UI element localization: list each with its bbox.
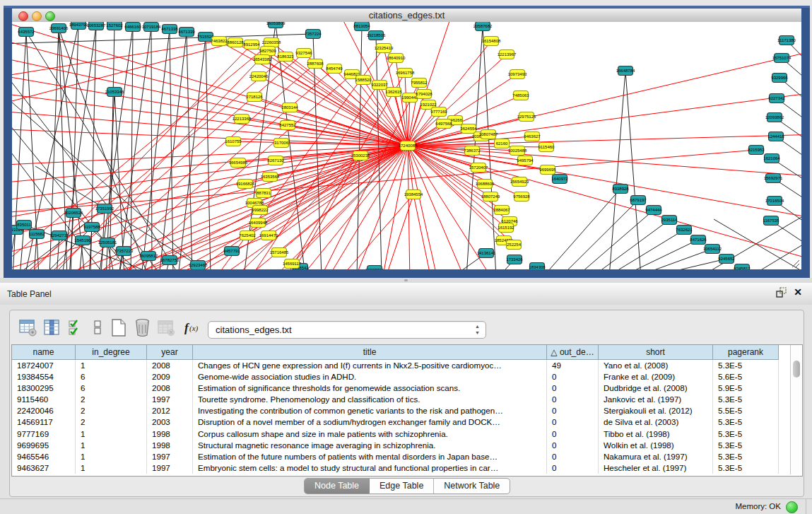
citation-edge-black[interactable] xyxy=(99,27,133,269)
graph-node-teal[interactable]: 1167535 xyxy=(763,216,780,226)
graph-node-teal[interactable]: 4671339 xyxy=(178,28,195,37)
graph-node-teal[interactable]: 16648784 xyxy=(616,66,635,76)
graph-node-yellow[interactable]: 12325419 xyxy=(375,44,394,53)
citation-edge-red[interactable] xyxy=(339,194,413,269)
close-panel-icon[interactable]: ✕ xyxy=(794,286,802,298)
graph-node-teal[interactable]: 9245652 xyxy=(718,255,735,264)
column-header-pagerank[interactable]: pagerank xyxy=(713,345,779,360)
citation-edge-red[interactable] xyxy=(408,146,466,269)
table-row[interactable]: 1938455462009Genome-wide association stu… xyxy=(12,371,779,382)
graph-node-teal[interactable]: 17351992 xyxy=(95,204,114,214)
graph-node-yellow[interactable]: 22260358 xyxy=(262,38,281,47)
resize-grip-icon[interactable] xyxy=(790,258,800,268)
graph-node-yellow[interactable]: 16914479 xyxy=(259,231,278,240)
citation-edge-red[interactable] xyxy=(408,146,438,269)
graph-node-yellow[interactable]: 9115460 xyxy=(539,143,555,152)
column-header-short[interactable]: short xyxy=(599,345,713,360)
graph-node-teal[interactable]: 6879197 xyxy=(630,196,647,205)
graph-node-yellow[interactable]: 9699695 xyxy=(539,165,556,175)
graph-node-yellow[interactable]: 9756928 xyxy=(513,192,530,201)
graph-node-teal[interactable]: 1733426 xyxy=(506,255,523,264)
table-selector-dropdown[interactable]: citations_edges.txt ▲▼ xyxy=(208,321,486,339)
table-row[interactable]: 969969511998Structural magnetic resonanc… xyxy=(12,440,779,451)
table-mode-icon[interactable] xyxy=(18,318,37,337)
graph-node-yellow[interactable]: 252254 xyxy=(507,240,522,250)
graph-node-teal[interactable]: 4671338 xyxy=(161,25,178,34)
graph-node-teal[interactable]: 18943791 xyxy=(69,22,88,30)
column-header-year[interactable]: year xyxy=(147,345,193,360)
column-header-outde[interactable]: △ out_de… xyxy=(547,345,599,360)
graph-node-teal[interactable]: 1621064 xyxy=(763,154,780,163)
table-scrollbar[interactable] xyxy=(790,345,802,474)
graph-node-yellow[interactable]: 12213363 xyxy=(233,115,252,124)
graph-node-teal[interactable]: 20587682 xyxy=(473,22,493,31)
graph-node-teal[interactable]: 9329966 xyxy=(771,74,788,83)
graph-node-yellow[interactable]: 7625402 xyxy=(239,231,256,240)
graph-node-teal[interactable]: 20206526 xyxy=(64,209,83,218)
graph-node-yellow[interactable]: 62160 xyxy=(495,139,510,148)
graph-node-yellow[interactable]: 6497568 xyxy=(435,119,452,129)
memory-ok-indicator[interactable] xyxy=(786,501,798,513)
float-panel-icon[interactable] xyxy=(776,287,787,298)
graph-node-teal[interactable]: 10653287 xyxy=(87,22,106,30)
select-all-icon[interactable] xyxy=(68,318,83,337)
graph-node-yellow[interactable]: 16961758 xyxy=(396,69,415,78)
graph-node-teal[interactable]: 7357224 xyxy=(305,30,322,39)
graph-node-yellow[interactable]: 19384554 xyxy=(404,190,423,199)
network-window-titlebar[interactable]: citations_edges.txt xyxy=(12,8,801,23)
citation-edge-black[interactable] xyxy=(483,26,496,269)
delete-table-icon[interactable] xyxy=(133,318,152,337)
graph-node-yellow[interactable]: 9327546 xyxy=(295,49,312,58)
graph-node-yellow[interactable]: 9777169 xyxy=(430,107,447,117)
graph-node-yellow[interactable]: 8912954 xyxy=(243,40,260,49)
citation-edge-red[interactable] xyxy=(408,134,801,146)
scrollbar-thumb[interactable] xyxy=(793,361,800,378)
graph-node-teal[interactable]: 9227342 xyxy=(768,94,785,103)
graph-node-teal[interactable]: 9474444 xyxy=(645,206,662,215)
graph-node-teal[interactable]: 1640972 xyxy=(551,175,568,184)
graph-node-teal[interactable]: 8215953 xyxy=(748,146,765,155)
graph-node-yellow[interactable]: 6794028 xyxy=(416,90,433,99)
graph-node-yellow[interactable]: 16543382 xyxy=(253,55,272,64)
graph-node-yellow[interactable]: 1588520 xyxy=(355,76,372,85)
citation-edge-black[interactable] xyxy=(620,240,698,269)
row-options-icon[interactable] xyxy=(92,318,103,337)
graph-node-yellow[interactable]: 2803144 xyxy=(281,103,298,112)
graph-node-yellow[interactable]: 1610755 xyxy=(225,137,242,146)
graph-node-teal[interactable]: 17357223 xyxy=(114,247,134,256)
graph-node-teal[interactable]: 12093862 xyxy=(765,113,784,122)
graph-node-teal[interactable]: 8813054 xyxy=(353,22,370,31)
graph-node-teal[interactable]: 1527602 xyxy=(106,22,123,30)
graph-node-teal[interactable]: 14136141 xyxy=(477,249,496,258)
citation-edge-red[interactable] xyxy=(12,110,408,146)
graph-node-yellow[interactable]: 8267130 xyxy=(267,156,284,165)
show-columns-icon[interactable] xyxy=(42,318,61,337)
graph-node-teal[interactable]: 17016504 xyxy=(765,197,784,206)
citation-edge-red[interactable] xyxy=(12,41,219,78)
graph-node-yellow[interactable]: 18640910 xyxy=(387,54,406,63)
graph-node-yellow[interactable]: 22420046 xyxy=(249,72,269,81)
graph-node-teal[interactable]: 8471626 xyxy=(690,235,707,245)
graph-node-yellow[interactable]: 8186323 xyxy=(277,52,294,62)
graph-node-teal[interactable]: 9245812 xyxy=(734,264,751,270)
graph-node-yellow[interactable]: 8454749 xyxy=(326,64,343,74)
graph-node-teal[interactable]: 10654112 xyxy=(703,245,722,254)
graph-node-yellow[interactable]: 17240085 xyxy=(399,141,418,151)
graph-node-teal[interactable]: 16782753 xyxy=(160,256,180,265)
graph-node-teal[interactable]: 12923468 xyxy=(189,261,208,270)
table-row[interactable]: 911546021997Tourette syndrome. Phenomeno… xyxy=(12,394,779,405)
graph-node-teal[interactable]: 12505181 xyxy=(98,238,117,247)
splitter-handle[interactable] xyxy=(404,279,408,281)
graph-node-yellow[interactable]: 10688609 xyxy=(476,180,495,189)
graph-node-yellow[interactable]: 14569117 xyxy=(283,259,302,269)
column-header-indegree[interactable]: in_degree xyxy=(76,345,147,360)
table-row[interactable]: 1872400712008Changes of HCN gene express… xyxy=(12,360,779,371)
graph-node-yellow[interactable]: 18807249 xyxy=(481,192,500,201)
column-header-title[interactable]: title xyxy=(193,345,547,360)
tab-network-table[interactable]: Network Table xyxy=(434,479,510,493)
graph-node-yellow[interactable]: 10807487 xyxy=(479,130,498,139)
table-row[interactable]: 1830029562008Estimation of significance … xyxy=(12,382,779,394)
panel-splitter[interactable] xyxy=(0,278,812,283)
graph-node-yellow[interactable]: 12975125 xyxy=(517,112,536,122)
graph-node-yellow[interactable]: 2884067 xyxy=(493,206,510,215)
